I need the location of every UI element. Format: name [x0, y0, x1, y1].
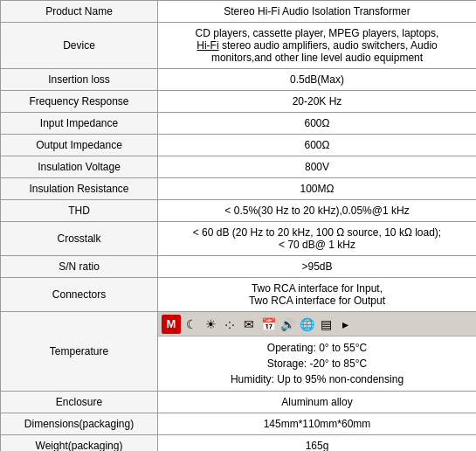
- taskbar-more-icon[interactable]: ▸: [336, 316, 354, 333]
- taskbar-m-icon[interactable]: M: [162, 315, 181, 334]
- table-row: Connectors Two RCA interface for Input, …: [1, 278, 477, 312]
- temp-storage: Storage: -20° to 85°C: [165, 356, 469, 371]
- taskbar-dots-icon[interactable]: ·:·: [221, 316, 238, 333]
- taskbar-calendar-icon[interactable]: 📅: [259, 316, 277, 333]
- value-dimensions: 145mm*110mm*60mm: [158, 413, 477, 435]
- value-insulation-voltage: 800V: [158, 156, 477, 178]
- label-insulation-resistance: Insulation Resistance: [1, 178, 158, 200]
- value-enclosure: Aluminum alloy: [158, 392, 477, 413]
- value-insulation-resistance: 100MΩ: [158, 178, 477, 200]
- value-device: CD players, cassette player, MPEG player…: [158, 23, 477, 69]
- label-frequency-response: Frequency Response: [1, 91, 158, 113]
- table-row: Enclosure Aluminum alloy: [1, 392, 477, 413]
- specs-table: Product Name Stereo Hi-Fi Audio Isolatio…: [0, 0, 476, 451]
- taskbar: M ☾ ☀ ·:· ✉ 📅 🔊 🌐 ▤ ▸: [158, 312, 476, 337]
- table-row: Insulation Voltage 800V: [1, 156, 477, 178]
- temp-operating: Operating: 0° to 55°C: [165, 340, 469, 356]
- table-row: THD < 0.5%(30 Hz to 20 kHz),0.05%@1 kHz: [1, 200, 477, 222]
- temperature-values: Operating: 0° to 55°C Storage: -20° to 8…: [158, 337, 476, 391]
- table-row: Weight(packaging) 165g: [1, 435, 477, 452]
- table-row: Insertion loss 0.5dB(Max): [1, 69, 477, 91]
- label-thd: THD: [1, 200, 158, 222]
- value-output-impedance: 600Ω: [158, 135, 477, 156]
- table-row: Device CD players, cassette player, MPEG…: [1, 23, 477, 69]
- label-device: Device: [1, 23, 158, 69]
- temp-humidity: Humidity: Up to 95% non-condensing: [165, 371, 469, 387]
- table-row: Dimensions(packaging) 145mm*110mm*60mm: [1, 413, 477, 435]
- value-crosstalk: < 60 dB (20 Hz to 20 kHz, 100 Ω source, …: [158, 222, 477, 256]
- table-row: Frequency Response 20-20K Hz: [1, 91, 477, 113]
- label-connectors: Connectors: [1, 278, 158, 312]
- label-temperature: Temperature: [1, 312, 158, 391]
- temperature-container: Temperature M ☾ ☀ ·:· ✉ 📅 🔊 🌐 ▤ ▸: [1, 312, 476, 391]
- temperature-right: M ☾ ☀ ·:· ✉ 📅 🔊 🌐 ▤ ▸ Operating: 0° to 5…: [158, 312, 476, 391]
- taskbar-sun-icon[interactable]: ☀: [202, 316, 219, 333]
- label-dimensions: Dimensions(packaging): [1, 413, 158, 435]
- taskbar-moon-icon[interactable]: ☾: [183, 316, 200, 333]
- table-row: Product Name Stereo Hi-Fi Audio Isolatio…: [1, 1, 477, 23]
- value-connectors: Two RCA interface for Input, Two RCA int…: [158, 278, 477, 312]
- label-enclosure: Enclosure: [1, 392, 158, 413]
- value-insertion-loss: 0.5dB(Max): [158, 69, 477, 91]
- taskbar-menu-icon[interactable]: ▤: [317, 316, 335, 333]
- label-crosstalk: Crosstalk: [1, 222, 158, 256]
- value-weight: 165g: [158, 435, 477, 452]
- label-input-impedance: Input Impedance: [1, 113, 158, 135]
- table-row: Crosstalk < 60 dB (20 Hz to 20 kHz, 100 …: [1, 222, 477, 256]
- taskbar-mail-icon[interactable]: ✉: [240, 316, 258, 333]
- label-insertion-loss: Insertion loss: [1, 69, 158, 91]
- table-row: Insulation Resistance 100MΩ: [1, 178, 477, 200]
- taskbar-speaker-icon[interactable]: 🔊: [279, 316, 296, 333]
- label-weight: Weight(packaging): [1, 435, 158, 452]
- label-sn-ratio: S/N ratio: [1, 256, 158, 278]
- label-output-impedance: Output Impedance: [1, 135, 158, 156]
- label-insulation-voltage: Insulation Voltage: [1, 156, 158, 178]
- value-frequency-response: 20-20K Hz: [158, 91, 477, 113]
- table-row-temperature: Temperature M ☾ ☀ ·:· ✉ 📅 🔊 🌐 ▤ ▸: [1, 312, 477, 392]
- table-row: Output Impedance 600Ω: [1, 135, 477, 156]
- value-input-impedance: 600Ω: [158, 113, 477, 135]
- table-row: S/N ratio >95dB: [1, 256, 477, 278]
- hifi-link: Hi-Fi: [197, 39, 218, 52]
- value-thd: < 0.5%(30 Hz to 20 kHz),0.05%@1 kHz: [158, 200, 477, 222]
- value-product-name: Stereo Hi-Fi Audio Isolation Transformer: [158, 1, 477, 23]
- value-sn-ratio: >95dB: [158, 256, 477, 278]
- label-product-name: Product Name: [1, 1, 158, 23]
- taskbar-network-icon[interactable]: 🌐: [298, 316, 315, 333]
- table-row: Input Impedance 600Ω: [1, 113, 477, 135]
